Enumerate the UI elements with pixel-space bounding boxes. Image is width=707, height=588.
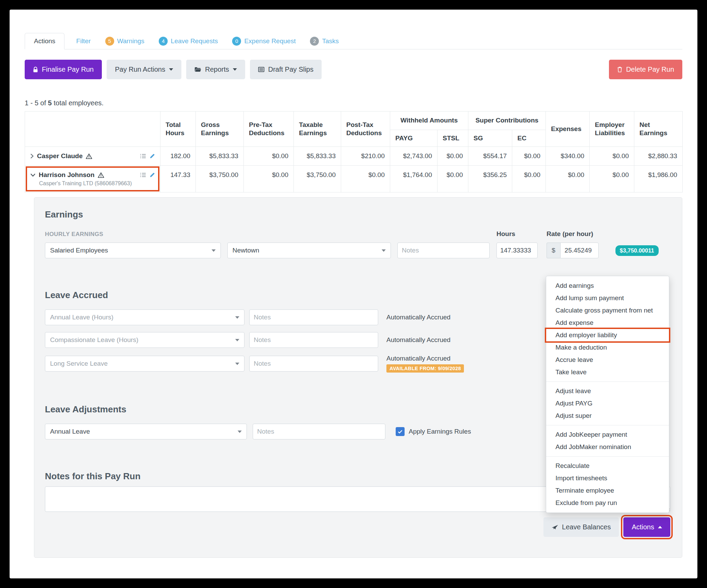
actions-button[interactable]: Actions (623, 517, 670, 537)
leave-type-select-long-service[interactable]: Long Service Leave (45, 356, 244, 372)
pay-category-select[interactable]: Salaried Employees (45, 243, 221, 258)
hours-label: Hours (496, 230, 515, 238)
cell-post-tax-deductions: $210.00 (341, 147, 390, 166)
menu-item-adjust-payg[interactable]: Adjust PAYG (546, 397, 669, 410)
chevron-down-icon[interactable] (30, 173, 36, 177)
tab-leave-requests[interactable]: 4 Leave Requests (156, 33, 220, 49)
caret-down-icon (169, 68, 173, 71)
header-taxable-earnings: Taxable Earnings (294, 111, 341, 147)
cell-post-tax-deductions: $0.00 (341, 166, 390, 192)
cell-sg: $356.25 (468, 166, 512, 192)
leave-notes-input[interactable] (249, 356, 378, 372)
menu-item-take-leave[interactable]: Take leave (546, 366, 669, 378)
header-payg: PAYG (390, 130, 438, 147)
tab-actions[interactable]: Actions (25, 33, 64, 49)
folder-icon (194, 67, 201, 72)
tab-filter[interactable]: Filter (73, 33, 93, 49)
delete-pay-run-label: Delete Pay Run (626, 66, 674, 73)
pay-run-actions-button[interactable]: Pay Run Actions (107, 60, 181, 79)
leave-balances-button[interactable]: Leave Balances (543, 517, 619, 537)
header-ec: EC (512, 130, 546, 147)
menu-item-add-jobkeeper-payment[interactable]: Add JobKeeper payment (546, 428, 669, 441)
rate-label: Rate (per hour) (547, 230, 593, 238)
menu-item-make-a-deduction[interactable]: Make a deduction (546, 341, 669, 354)
tab-expense-request[interactable]: 0 Expense Request (229, 33, 298, 49)
menu-group-job-programs: Add JobKeeper payment Add JobMaker nomin… (546, 428, 669, 453)
list-icon[interactable] (140, 154, 146, 158)
annotation-rectangle (26, 166, 159, 191)
leave-adjustment-type-value: Annual Leave (50, 428, 90, 435)
leave-adjustment-type-select[interactable]: Annual Leave (45, 424, 247, 439)
pencil-icon[interactable] (149, 172, 155, 178)
rate-input[interactable] (560, 243, 599, 258)
leave-balances-label: Leave Balances (562, 523, 611, 531)
menu-item-add-earnings[interactable]: Add earnings (546, 280, 669, 292)
warnings-count-badge: 5 (105, 37, 114, 46)
menu-divider (546, 425, 669, 425)
cell-taxable-earnings: $3,750.00 (294, 166, 341, 192)
menu-item-adjust-leave[interactable]: Adjust leave (546, 385, 669, 397)
menu-item-terminate-employee[interactable]: Terminate employee (546, 484, 669, 497)
menu-item-add-jobmaker-nomination[interactable]: Add JobMaker nomination (546, 441, 669, 453)
pay-run-table: Total Hours Gross Earnings Pre-Tax Deduc… (25, 111, 683, 192)
location-select[interactable]: Newtown (227, 243, 391, 258)
menu-item-import-timesheets[interactable]: Import timesheets (546, 472, 669, 484)
cell-net-earnings: $2,880.33 (634, 147, 683, 166)
header-super-contributions: Super Contributions (468, 111, 546, 130)
hours-input[interactable] (496, 243, 538, 258)
menu-item-calculate-gross-payment-from-net[interactable]: Calculate gross payment from net (546, 304, 669, 317)
leave-adjustment-notes-input[interactable] (253, 424, 385, 439)
warning-icon (86, 153, 92, 159)
tab-tasks[interactable]: 2 Tasks (307, 33, 341, 49)
header-stsl: STSL (438, 130, 468, 147)
leave-status-text: Automatically Accrued (386, 314, 451, 321)
actions-dropdown-menu: Add earnings Add lump sum payment Calcul… (546, 276, 669, 513)
tab-leave-requests-label: Leave Requests (171, 37, 218, 45)
chevron-right-icon[interactable] (30, 153, 34, 159)
employee-detail-panel: Earnings HOURLY EARNINGS Hours Rate (per… (34, 197, 682, 558)
leave-notes-input[interactable] (249, 332, 378, 348)
leave-type-value: Annual Leave (Hours) (50, 314, 113, 321)
menu-item-accrue-leave[interactable]: Accrue leave (546, 354, 669, 366)
tab-warnings-label: Warnings (117, 37, 145, 45)
delete-pay-run-button[interactable]: Delete Pay Run (609, 60, 682, 79)
menu-divider (546, 381, 669, 382)
menu-item-add-expense[interactable]: Add expense (546, 317, 669, 329)
reports-button[interactable]: Reports (186, 60, 245, 79)
menu-item-adjust-super[interactable]: Adjust super (546, 410, 669, 422)
apply-earnings-rules-checkbox[interactable] (396, 427, 405, 436)
menu-item-recalculate[interactable]: Recalculate (546, 460, 669, 472)
caret-down-icon (233, 68, 237, 71)
tab-expense-request-label: Expense Request (244, 37, 296, 45)
header-net-earnings: Net Earnings (634, 111, 683, 147)
employee-cell-casper-claude[interactable]: Casper Claude (25, 147, 160, 166)
tab-warnings[interactable]: 5 Warnings (103, 33, 147, 49)
draft-pay-slips-button[interactable]: Draft Pay Slips (250, 60, 322, 79)
header-expenses: Expenses (546, 111, 590, 147)
employee-company: Casper's Training LTD (58606879663) (39, 180, 155, 187)
menu-item-add-employer-liability[interactable]: Add employer liability (546, 329, 669, 341)
leave-type-select-compassionate[interactable]: Compassionate Leave (Hours) (45, 332, 244, 348)
menu-item-exclude-from-pay-run[interactable]: Exclude from pay run (546, 497, 669, 509)
lock-icon (33, 67, 38, 73)
leave-type-select-annual[interactable]: Annual Leave (Hours) (45, 309, 244, 325)
cell-gross-earnings: $5,833.33 (196, 147, 244, 166)
header-employer-liabilities: Employer Liabilities (590, 111, 634, 147)
list-icon[interactable] (140, 173, 146, 177)
pencil-icon[interactable] (149, 153, 155, 159)
leave-notes-input[interactable] (249, 309, 378, 325)
chevron-down-icon (235, 339, 239, 341)
earnings-notes-input[interactable] (397, 243, 490, 258)
cell-pre-tax-deductions: $0.00 (244, 147, 294, 166)
draft-pay-slips-label: Draft Pay Slips (268, 66, 313, 73)
summary-suffix: total employees. (54, 99, 104, 107)
cell-total-hours: 147.33 (160, 166, 196, 192)
menu-divider (546, 456, 669, 457)
actions-button-label: Actions (632, 523, 654, 531)
menu-group-adjust: Adjust leave Adjust PAYG Adjust super (546, 385, 669, 422)
header-gross-earnings: Gross Earnings (196, 111, 244, 147)
finalise-pay-run-button[interactable]: Finalise Pay Run (25, 60, 102, 79)
leave-status-text: Automatically Accrued (386, 355, 451, 362)
menu-item-add-lump-sum-payment[interactable]: Add lump sum payment (546, 292, 669, 304)
employee-cell-harrison-johnson[interactable]: Harrison Johnson Casper's Training LTD (… (25, 166, 160, 192)
